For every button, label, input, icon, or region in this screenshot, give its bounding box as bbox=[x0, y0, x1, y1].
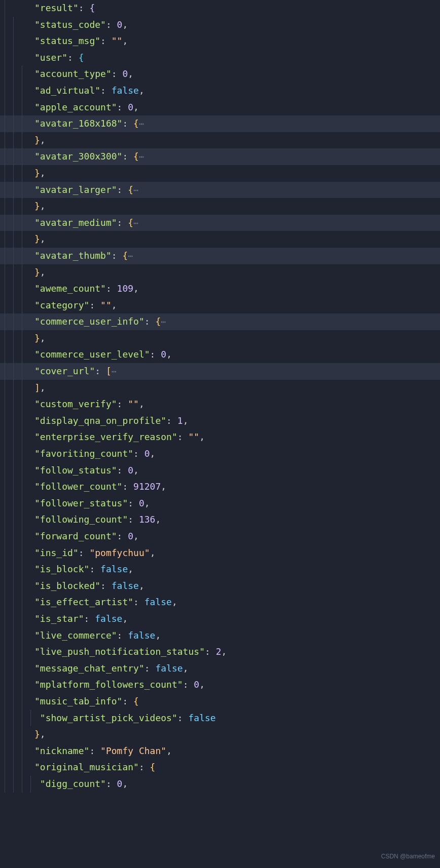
code-line: "show_artist_pick_videos": false bbox=[0, 710, 440, 727]
code-line: "result": { bbox=[0, 0, 440, 17]
code-line: "aweme_count": 109, bbox=[0, 281, 440, 297]
code-line: "forward_count": 0, bbox=[0, 528, 440, 545]
code-line-collapsed[interactable]: "avatar_300x300": {⋯ bbox=[0, 148, 440, 165]
code-line: "favoriting_count": 0, bbox=[0, 446, 440, 462]
code-line: "is_star": false, bbox=[0, 611, 440, 627]
fold-ellipsis-icon: ⋯ bbox=[139, 119, 144, 129]
code-line: "nickname": "Pomfy Chan", bbox=[0, 743, 440, 760]
code-line: "is_blocked": false, bbox=[0, 578, 440, 595]
code-line: "music_tab_info": { bbox=[0, 693, 440, 710]
code-line: "user": { bbox=[0, 50, 440, 66]
code-line: "apple_account": 0, bbox=[0, 99, 440, 116]
code-line-collapsed[interactable]: "cover_url": [⋯ bbox=[0, 363, 440, 380]
code-line: "original_musician": { bbox=[0, 759, 440, 776]
code-line: "following_count": 136, bbox=[0, 511, 440, 528]
code-line: "display_qna_on_profile": 1, bbox=[0, 413, 440, 429]
code-line: "is_block": false, bbox=[0, 561, 440, 578]
fold-ellipsis-icon: ⋯ bbox=[133, 218, 138, 228]
code-line: ], bbox=[0, 380, 440, 397]
code-line: "account_type": 0, bbox=[0, 66, 440, 83]
fold-ellipsis-icon: ⋯ bbox=[133, 185, 138, 195]
fold-ellipsis-icon: ⋯ bbox=[112, 367, 117, 376]
code-line: "status_code": 0, bbox=[0, 17, 440, 33]
code-line-collapsed[interactable]: "avatar_168x168": {⋯ bbox=[0, 115, 440, 132]
code-line-collapsed[interactable]: "avatar_thumb": {⋯ bbox=[0, 248, 440, 264]
code-editor[interactable]: "result": { "status_code": 0, "status_ms… bbox=[0, 0, 440, 793]
code-line: "live_push_notification_status": 2, bbox=[0, 644, 440, 660]
code-line: "commerce_user_level": 0, bbox=[0, 346, 440, 363]
fold-ellipsis-icon: ⋯ bbox=[161, 317, 166, 327]
fold-ellipsis-icon: ⋯ bbox=[128, 251, 133, 261]
code-line: "follow_status": 0, bbox=[0, 462, 440, 479]
code-line: }, bbox=[0, 132, 440, 149]
code-line: "ins_id": "pomfychuu", bbox=[0, 545, 440, 562]
code-line: "is_effect_artist": false, bbox=[0, 594, 440, 611]
code-line: "follower_count": 91207, bbox=[0, 479, 440, 495]
fold-ellipsis-icon: ⋯ bbox=[139, 152, 144, 162]
code-line: "follower_status": 0, bbox=[0, 495, 440, 512]
code-line: }, bbox=[0, 330, 440, 347]
code-line: "enterprise_verify_reason": "", bbox=[0, 429, 440, 446]
code-line-collapsed[interactable]: "avatar_larger": {⋯ bbox=[0, 182, 440, 199]
code-line: }, bbox=[0, 165, 440, 182]
code-line: "custom_verify": "", bbox=[0, 396, 440, 413]
code-line: "message_chat_entry": false, bbox=[0, 660, 440, 677]
code-line: "category": "", bbox=[0, 297, 440, 314]
code-line: }, bbox=[0, 264, 440, 281]
code-line: "ad_virtual": false, bbox=[0, 83, 440, 99]
code-line: "mplatform_followers_count": 0, bbox=[0, 677, 440, 693]
code-line: }, bbox=[0, 198, 440, 215]
code-line: "live_commerce": false, bbox=[0, 627, 440, 644]
code-line-collapsed[interactable]: "avatar_medium": {⋯ bbox=[0, 215, 440, 231]
code-line-collapsed[interactable]: "commerce_user_info": {⋯ bbox=[0, 313, 440, 330]
code-line: "digg_count": 0, bbox=[0, 776, 440, 793]
code-line: }, bbox=[0, 726, 440, 743]
code-line: "status_msg": "", bbox=[0, 33, 440, 50]
code-line: }, bbox=[0, 231, 440, 248]
